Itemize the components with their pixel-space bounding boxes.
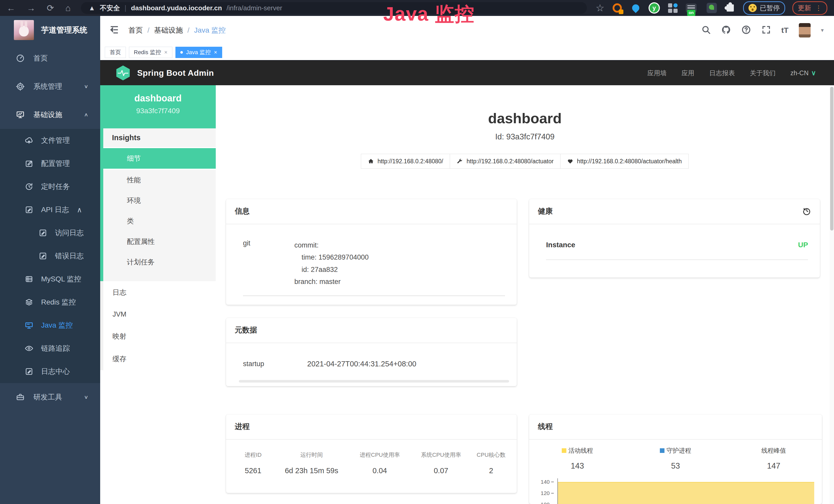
sidebar-item-log-center[interactable]: 日志中心 [0,360,100,383]
app-logo [14,20,34,40]
close-icon[interactable]: × [164,49,168,56]
actuator-url-button[interactable]: http://192.168.0.2:48080/actuator [450,154,561,169]
chevron-up-icon: ∧ [84,112,88,118]
home-icon[interactable]: ⌂ [66,3,71,13]
horizontal-scrollbar[interactable] [239,380,509,383]
browser-menu-icon[interactable]: ⋮ [815,4,822,12]
sidebar-item-java-monitor[interactable]: Java 监控 [0,314,100,337]
legend-peak-threads: 线程峰值 [731,446,816,455]
threads-legend-values: 143 53 147 [535,455,816,471]
info-row-value: commit: time: 1596289704000 id: 27aa832 … [294,239,505,288]
inst-nav-caches[interactable]: 缓存 [103,348,216,370]
inst-nav-details[interactable]: 细节 [103,148,216,170]
tab-home[interactable]: 首页 [105,47,126,58]
sidebar-item-infrastructure[interactable]: 基础设施 ∧ [0,101,100,129]
sidebar-toggle[interactable] [109,24,120,36]
inst-nav-mappings[interactable]: 映射 [103,325,216,348]
tab-java-monitor[interactable]: Java 监控 × [175,47,222,58]
sba-brand[interactable]: Spring Boot Admin [115,65,214,81]
extension-leaf-icon[interactable] [706,2,717,14]
chrome-update-button[interactable]: 更新 ⋮ [792,1,827,15]
heartbeat-icon [567,158,573,164]
service-url-button[interactable]: http://192.168.0.2:48080/ [361,154,450,169]
instance-name: dashboard [100,93,216,104]
instance-header[interactable]: dashboard 93a3fc7f7409 [100,85,216,129]
reload-icon[interactable]: ⟳ [47,3,54,13]
inst-nav-scheduled-tasks[interactable]: 计划任务 [103,252,216,272]
sidebar-item-system[interactable]: 系统管理 ∨ [0,72,100,101]
inst-nav-environment[interactable]: 环境 [103,190,216,211]
process-card-title: 进程 [235,421,250,432]
inst-nav-config-props[interactable]: 配置属性 [103,231,216,252]
avatar-caret-icon[interactable]: ▾ [821,27,824,33]
extensions-puzzle-icon[interactable] [725,2,736,14]
back-icon[interactable]: ← [7,3,16,13]
scrollbar-thumb[interactable] [830,87,833,231]
sidebar-item-redis-monitor[interactable]: Redis 监控 [0,291,100,314]
inst-nav-logging[interactable]: 日志 [103,281,216,304]
extension-y-icon[interactable]: y [649,2,660,14]
active-dot [180,51,183,54]
chevron-down-icon: ∨ [811,69,816,77]
security-label: 不安全 [100,4,120,13]
health-url-button[interactable]: http://192.168.0.2:48080/actuator/health [560,154,688,169]
profile-paused-pill[interactable]: 已暂停 [743,1,785,15]
sba-brand-title: Spring Boot Admin [137,68,214,78]
page-title: dashboard [216,110,834,127]
sidebar-item-access-log[interactable]: 访问日志 [0,221,100,245]
fullscreen-icon[interactable] [761,25,771,36]
chart-y-axis: 140 120 100 [535,478,557,504]
close-icon[interactable]: × [214,49,217,56]
bookmark-star-icon[interactable]: ☆ [596,2,605,14]
sba-locale-select[interactable]: zh-CN ∨ [790,69,816,77]
sidebar-item-error-log[interactable]: 错误日志 [0,245,100,268]
inst-nav-jvm[interactable]: JVM [103,304,216,325]
forward-icon[interactable]: → [27,3,36,13]
user-avatar[interactable] [799,23,811,38]
threads-legend: 活动线程 守护进程 线程峰值 [535,446,816,455]
sidebar-item-file-management[interactable]: 文件管理 [0,129,100,152]
search-icon[interactable] [701,25,711,36]
extension-drop-icon[interactable] [630,2,641,14]
sidebar-item-mysql-monitor[interactable]: MySQL 监控 [0,268,100,291]
sidebar-item-scheduled-jobs[interactable]: 定时任务 [0,175,100,198]
sba-link-wallboard[interactable]: 应用墙 [647,69,666,77]
sba-link-about[interactable]: 关于我们 [750,69,775,77]
sba-logo-icon [115,65,130,81]
sidebar-item-home[interactable]: 首页 [0,44,100,72]
address-bar[interactable]: ▲ 不安全 | dashboard.yudao.iocoder.cn /infr… [81,2,587,14]
chevron-up-icon: ∧ [77,206,82,214]
paused-label: 已暂停 [760,4,780,13]
sidebar-item-api-log[interactable]: API 日志 ∧ [0,198,100,221]
tab-redis-monitor[interactable]: Redis 监控 × [129,47,172,58]
help-icon[interactable] [741,25,751,36]
font-size-icon[interactable]: tT [781,26,789,35]
edit-note-icon [39,229,47,237]
sidebar-item-config-management[interactable]: 配置管理 [0,152,100,175]
monitor-icon [16,110,25,119]
sidebar-item-dev-tools[interactable]: 研发工具 ∨ [0,383,100,411]
legend-swatch-yellow [562,448,566,453]
threads-chart: 140 120 100 [535,478,816,504]
sidebar-item-tracing[interactable]: 链路追踪 [0,337,100,360]
sba-link-applications[interactable]: 应用 [681,69,694,77]
vertical-scrollbar[interactable] [830,85,834,504]
sba-nav-links: 应用墙 应用 日志报表 关于我们 zh-CN ∨ [647,69,816,77]
history-icon[interactable] [803,206,811,216]
github-icon[interactable] [721,25,731,36]
instance-sidebar: dashboard 93a3fc7f7409 Insights 细节 性能 环境… [100,85,216,504]
divider [243,296,505,296]
edit-note-icon [39,252,47,260]
breadcrumb-infrastructure[interactable]: 基础设施 [154,25,183,35]
screen-icon [25,321,34,330]
extension-orange-icon[interactable] [612,2,623,14]
edit-icon [25,159,34,168]
extension-list-icon[interactable]: on [685,2,697,14]
extension-grid-icon[interactable] [667,2,678,14]
inst-nav-beans[interactable]: 类 [103,211,216,231]
app-logo-row[interactable]: 芋道管理系统 [0,16,100,44]
col-uptime: 运行时间 [274,451,349,459]
breadcrumb-home[interactable]: 首页 [128,25,143,35]
sba-link-journal[interactable]: 日志报表 [709,69,735,77]
inst-nav-metrics[interactable]: 性能 [103,170,216,190]
